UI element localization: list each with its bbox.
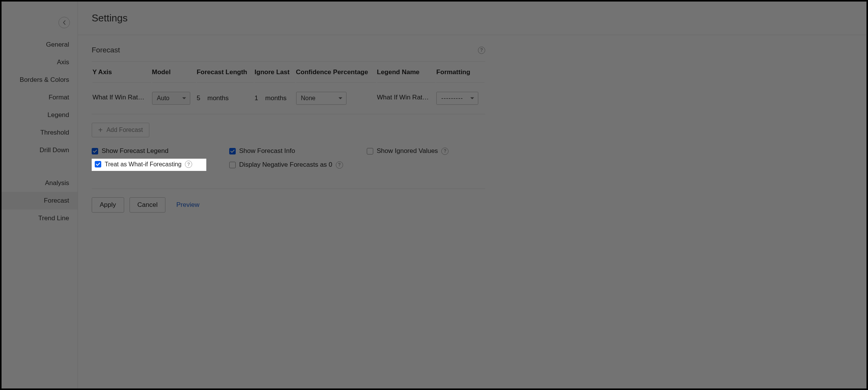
checkbox-show-info[interactable] <box>229 148 236 154</box>
model-select[interactable]: Auto <box>152 92 190 105</box>
cell-yaxis: What If Win Rat… <box>92 94 144 101</box>
col-model: Model <box>152 62 196 83</box>
sidebar: General Axis Borders & Colors Format Leg… <box>2 2 78 388</box>
sidebar-item-axis[interactable]: Axis <box>2 54 78 71</box>
formatting-select[interactable]: --------- <box>436 92 478 105</box>
col-confidence: Confidence Percentage <box>296 62 376 83</box>
sidebar-item-legend[interactable]: Legend <box>2 106 78 124</box>
confidence-select[interactable]: None <box>296 92 347 105</box>
back-button[interactable] <box>58 17 70 28</box>
opt-show-legend[interactable]: Show Forecast Legend <box>92 147 206 155</box>
col-legend: Legend Name <box>377 62 436 83</box>
plus-icon: + <box>98 126 103 134</box>
sidebar-item-general[interactable]: General <box>2 36 78 54</box>
preview-link[interactable]: Preview <box>176 201 199 209</box>
forecast-panel: Forecast ? Y Axis Model Forecast Length … <box>92 35 485 213</box>
length-unit[interactable]: months <box>207 94 229 102</box>
length-value[interactable]: 5 <box>197 94 202 102</box>
col-ignore: Ignore Last <box>254 62 295 83</box>
page-title: Settings <box>78 2 866 35</box>
opt-neg-as-zero[interactable]: Display Negative Forecasts as 0 ? <box>229 159 344 171</box>
help-icon[interactable]: ? <box>441 148 449 155</box>
opt-show-ignored[interactable]: Show Ignored Values ? <box>367 147 481 155</box>
col-formatting: Formatting <box>436 62 484 83</box>
col-length: Forecast Length <box>197 62 254 83</box>
apply-button[interactable]: Apply <box>92 197 124 213</box>
ignore-value[interactable]: 1 <box>254 94 260 102</box>
sidebar-item-threshold[interactable]: Threshold <box>2 124 78 141</box>
sidebar-item-trend-line[interactable]: Trend Line <box>2 210 78 227</box>
content-area: Settings Forecast ? Y Axis Model Forecas… <box>78 2 866 388</box>
table-row: What If Win Rat… Auto 5 months 1 <box>92 83 484 113</box>
chevron-left-icon <box>63 20 66 25</box>
app-window: General Axis Borders & Colors Format Leg… <box>1 1 867 389</box>
sidebar-item-analysis[interactable]: Analysis <box>2 174 78 192</box>
cancel-button[interactable]: Cancel <box>130 197 166 213</box>
forecast-table: Y Axis Model Forecast Length Ignore Last… <box>92 61 485 114</box>
col-yaxis: Y Axis <box>92 62 151 83</box>
help-icon[interactable]: ? <box>336 161 343 169</box>
checkbox-show-ignored[interactable] <box>367 148 373 154</box>
opt-show-info[interactable]: Show Forecast Info <box>229 147 344 155</box>
sidebar-item-forecast[interactable]: Forecast <box>2 192 78 210</box>
sidebar-item-drill-down[interactable]: Drill Down <box>2 141 78 159</box>
checkbox-neg-as-zero[interactable] <box>229 162 236 168</box>
highlight-cutout <box>92 159 206 171</box>
help-icon[interactable]: ? <box>478 47 485 54</box>
sidebar-item-borders-colors[interactable]: Borders & Colors <box>2 71 78 89</box>
checkbox-show-legend[interactable] <box>92 148 98 154</box>
action-bar: Apply Cancel Preview <box>92 197 485 213</box>
add-forecast-label: Add Forecast <box>107 127 143 133</box>
ignore-unit[interactable]: months <box>265 94 287 102</box>
section-title: Forecast <box>92 46 120 54</box>
cell-legend: What If Win Rat… <box>377 94 429 101</box>
add-forecast-button[interactable]: + Add Forecast <box>92 123 149 137</box>
sidebar-item-format[interactable]: Format <box>2 89 78 106</box>
